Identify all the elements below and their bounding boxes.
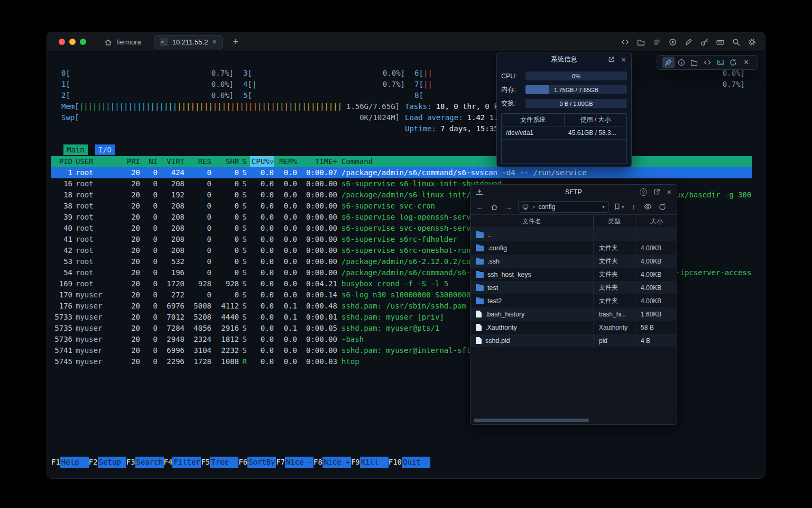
- code-icon[interactable]: [702, 57, 714, 68]
- file-name: ssh_host_keys: [487, 271, 531, 278]
- sort-indicator-icon: ▽: [270, 157, 274, 166]
- titlebar: Termora >_ 10.211.55.2 × +: [47, 32, 765, 52]
- function-key[interactable]: F8Nice +: [313, 457, 351, 468]
- help-icon[interactable]: ?: [640, 188, 647, 196]
- col-filesize[interactable]: 大小: [635, 215, 678, 228]
- htop-function-bar: F1Help F2Setup F3Search F4Filter: [51, 457, 752, 468]
- function-key[interactable]: F6SortBy: [238, 457, 276, 468]
- col-user[interactable]: USER: [72, 156, 118, 167]
- key-icon[interactable]: [700, 38, 709, 47]
- edit-icon[interactable]: [684, 38, 693, 47]
- function-key[interactable]: F9Kill: [351, 457, 389, 468]
- col-filetype[interactable]: 类型: [593, 215, 635, 228]
- file-size: [635, 228, 678, 241]
- refresh-icon[interactable]: [727, 57, 740, 68]
- path-breadcrumb[interactable]: > config ▾: [518, 201, 609, 213]
- close-icon[interactable]: ×: [740, 57, 752, 68]
- col-state[interactable]: S: [239, 156, 250, 167]
- cpu-usage-row: CPU: 0%: [497, 71, 631, 80]
- minimize-window-button[interactable]: [69, 39, 76, 45]
- forward-icon[interactable]: →: [504, 202, 513, 212]
- file-row[interactable]: test2 文件夹 4.00KB: [470, 294, 677, 307]
- terminal-monitor-icon[interactable]: [714, 57, 726, 68]
- file-type: 文件夹: [593, 255, 635, 268]
- file-name: ..: [487, 231, 491, 239]
- horizontal-scrollbar[interactable]: [470, 419, 677, 422]
- home-icon[interactable]: [490, 202, 499, 212]
- htop-view-tabs: Main I/O: [63, 144, 115, 155]
- function-key[interactable]: F7Nice -: [276, 457, 313, 468]
- breadcrumb-separator: >: [532, 204, 535, 210]
- file-row[interactable]: .Xauthority Xauthority 58 B: [470, 321, 677, 334]
- sftp-panel: SFTP ? × ← → > config ▾: [470, 184, 677, 425]
- open-in-window-icon[interactable]: [608, 56, 615, 63]
- zoom-window-button[interactable]: [80, 39, 86, 45]
- refresh-icon[interactable]: [658, 202, 667, 212]
- col-pid[interactable]: PID: [51, 156, 72, 167]
- function-key[interactable]: F10Quit: [389, 457, 430, 468]
- pin-icon[interactable]: [662, 57, 675, 68]
- col-res[interactable]: RES: [184, 156, 211, 167]
- file-row[interactable]: ..: [470, 228, 677, 241]
- system-info-panel: 系统信息 × CPU: 0% 内存: 1.75GB / 7.65GB: [496, 52, 632, 167]
- record-icon[interactable]: [668, 38, 677, 47]
- col-time[interactable]: TIME+: [297, 156, 337, 167]
- log-icon[interactable]: [652, 38, 661, 47]
- file-type: pid: [593, 334, 635, 347]
- info-icon[interactable]: [676, 57, 688, 68]
- file-row[interactable]: .bash_history bash_hi... 1.60KB: [470, 307, 677, 321]
- show-hidden-eye-icon[interactable]: [643, 202, 653, 212]
- close-window-button[interactable]: [59, 39, 65, 45]
- file-type: 文件夹: [593, 294, 635, 307]
- col-virt[interactable]: VIRT: [158, 156, 184, 167]
- file-size: 4.00KB: [635, 268, 678, 281]
- cpu-meter: 3[0.0%]: [243, 68, 405, 79]
- open-in-window-icon[interactable]: [653, 188, 660, 195]
- process-row[interactable]: 1 root 20 0 424 0 0 S 0.0 0.0 0:00.07 /p…: [51, 167, 752, 178]
- new-tab-button[interactable]: +: [230, 36, 242, 48]
- code-icon[interactable]: [621, 38, 630, 47]
- file-row[interactable]: test 文件夹 4.00KB: [470, 281, 677, 294]
- settings-gear-icon[interactable]: [748, 38, 756, 47]
- htop-view-tab[interactable]: Main: [63, 144, 88, 155]
- col-filename[interactable]: 文件名: [470, 215, 593, 228]
- process-table-header: PID USER PRI NI VIRT RES SHR S CPU%▽ MEM…: [51, 156, 752, 167]
- file-list: .. .config 文件夹 4.00KB .ssh 文件夹 4.00KB: [470, 228, 677, 347]
- tab-close-icon[interactable]: ×: [212, 38, 216, 46]
- side-toolbar: ×: [657, 55, 758, 70]
- file-name: .config: [487, 244, 507, 252]
- file-type-icon: [476, 285, 484, 291]
- tab-session-active[interactable]: >_ 10.211.55.2 ×: [154, 35, 223, 49]
- close-icon[interactable]: ×: [621, 56, 626, 64]
- file-row[interactable]: sshd.pid pid 4 B: [470, 334, 677, 347]
- search-icon[interactable]: [732, 38, 741, 47]
- file-row[interactable]: ssh_host_keys 文件夹 4.00KB: [470, 268, 677, 281]
- function-key[interactable]: F1Help: [51, 457, 89, 468]
- col-pri[interactable]: PRI: [118, 156, 140, 167]
- file-row[interactable]: .config 文件夹 4.00KB: [470, 241, 677, 255]
- scrollbar-thumb[interactable]: [474, 419, 589, 422]
- function-key[interactable]: F3Search: [126, 457, 164, 468]
- chevron-down-icon[interactable]: ▾: [602, 204, 605, 210]
- parent-directory-icon[interactable]: ↑: [629, 202, 639, 212]
- back-icon[interactable]: ←: [475, 202, 485, 212]
- col-shr[interactable]: SHR: [211, 156, 239, 167]
- computer-icon: [522, 204, 529, 210]
- folder-icon[interactable]: [688, 57, 700, 68]
- function-key[interactable]: F5Tree: [201, 457, 238, 468]
- keyboard-icon[interactable]: [716, 38, 725, 47]
- function-key[interactable]: F4Filter: [164, 457, 201, 468]
- function-key[interactable]: F2Setup: [89, 457, 126, 468]
- bookmarks-button[interactable]: ▾: [614, 203, 624, 210]
- htop-view-tab[interactable]: I/O: [95, 144, 115, 155]
- col-mem[interactable]: MEM%: [274, 156, 297, 167]
- tab-home[interactable]: Termora: [100, 36, 145, 48]
- filesystem-row[interactable]: /dev/vda1 45.61GB / 58.3...: [502, 126, 626, 140]
- swap-usage-bar: 0 B / 1.00GB: [525, 99, 627, 108]
- file-size: 58 B: [635, 321, 678, 334]
- col-cpu-sorted[interactable]: CPU%▽: [250, 156, 274, 167]
- col-ni[interactable]: NI: [140, 156, 158, 167]
- close-icon[interactable]: ×: [667, 188, 671, 196]
- folder-icon[interactable]: [636, 38, 645, 47]
- file-row[interactable]: .ssh 文件夹 4.00KB: [470, 255, 677, 268]
